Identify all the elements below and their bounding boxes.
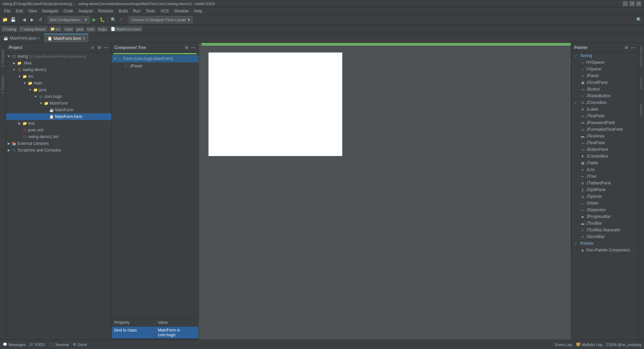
structure-panel-button[interactable]: 2: Structure bbox=[0, 43, 6, 70]
palette-item-jcheckbox[interactable]: ✓ ☑ JCheckBox bbox=[572, 99, 638, 106]
nav-main[interactable]: main bbox=[63, 26, 74, 32]
menu-vcs[interactable]: VCS bbox=[158, 8, 172, 14]
project-settings-button[interactable]: ⚙ bbox=[97, 45, 102, 50]
palette-item-jscrollpane[interactable]: ▣ JScrollPane bbox=[572, 79, 638, 86]
tree-item-main[interactable]: ▼ 📁 main bbox=[6, 80, 111, 86]
palette-section-swing[interactable]: ✓ Swing bbox=[572, 52, 638, 59]
tree-item-comhugo[interactable]: ▼ ◎ com.hugo bbox=[6, 93, 111, 100]
palette-item-jtoolbarsep[interactable]: | JToolBar.Separator bbox=[572, 227, 638, 233]
tree-item-iml[interactable]: ▶ ⬡ swing-demo1.iml bbox=[6, 133, 111, 140]
menu-code[interactable]: Code bbox=[61, 8, 76, 14]
comp-tree-form[interactable]: ▼ ⬡ Form (com.hugo.MainForm) bbox=[112, 55, 199, 62]
minimize-button[interactable]: — bbox=[623, 1, 628, 6]
tree-item-java[interactable]: ▼ 📁 java bbox=[6, 86, 111, 93]
palette-item-jtextarea[interactable]: ▬ JTextArea bbox=[572, 133, 638, 139]
palette-item-jtable[interactable]: ▦ JTable bbox=[572, 160, 638, 166]
palette-minimize-button[interactable]: — bbox=[630, 45, 636, 50]
palette-item-jslider[interactable]: — JSlider bbox=[572, 200, 638, 207]
property-row-bindclass[interactable]: bind to class MainForm in com.hugo bbox=[112, 327, 199, 339]
palette-item-jspinner[interactable]: ◎ JSpinner bbox=[572, 193, 638, 200]
tab-form-close[interactable]: ✕ bbox=[83, 37, 85, 40]
favorites-panel-button[interactable]: 2: Favorites bbox=[0, 70, 6, 97]
close-button[interactable]: ✕ bbox=[636, 1, 641, 6]
toolbar-search-button[interactable]: 🔍 bbox=[110, 16, 117, 23]
palette-item-jprogressbar[interactable]: ▰ JProgressBar bbox=[572, 213, 638, 220]
menu-run[interactable]: Run bbox=[130, 8, 143, 14]
tree-item-scratches[interactable]: ▶ ✎ Scratches and Consoles bbox=[6, 147, 111, 154]
run-config-dropdown[interactable]: Add Configuration... ▼ bbox=[48, 16, 90, 23]
event-log-button[interactable]: Event Log bbox=[555, 343, 572, 347]
palette-item-jtextpane[interactable]: ▭ JTextPane bbox=[572, 139, 638, 146]
toolbar-git-button[interactable]: ⑂ bbox=[118, 16, 125, 23]
nav-java[interactable]: java bbox=[75, 26, 85, 32]
project-minimize-button[interactable]: — bbox=[103, 45, 109, 50]
toolbar-forward-button[interactable]: ▶ bbox=[29, 16, 36, 23]
canvas-form[interactable] bbox=[208, 52, 342, 156]
tab-java-close[interactable]: ✕ bbox=[38, 36, 40, 40]
menu-edit[interactable]: Edit bbox=[13, 8, 25, 14]
palette-item-jlist[interactable]: ≡ JList bbox=[572, 166, 638, 173]
run-button[interactable]: ▶ bbox=[91, 16, 98, 23]
palette-item-jlabel[interactable]: A JLabel bbox=[572, 106, 638, 113]
palette-item-jseparator[interactable]: — JSeparator bbox=[572, 207, 638, 213]
menu-view[interactable]: View bbox=[25, 8, 40, 14]
tree-item-src[interactable]: ▼ 📁 src bbox=[6, 73, 111, 80]
menu-help[interactable]: Help bbox=[191, 8, 205, 14]
tree-item-demo1[interactable]: ▼ ⬡ swing-demo1 bbox=[6, 66, 111, 73]
component-minimize-button[interactable]: — bbox=[191, 45, 196, 50]
mybatis-log-button[interactable]: 🐱 MyBatis Log bbox=[576, 342, 602, 347]
menu-analyze[interactable]: Analyze bbox=[76, 8, 96, 14]
menu-tools[interactable]: Tools bbox=[143, 8, 158, 14]
palette-section-palette[interactable]: ✓ Palette bbox=[572, 240, 638, 247]
tab-mainform-form[interactable]: 📋 MainForm.form ✕ bbox=[44, 34, 89, 43]
toolbar-settings-button[interactable]: 🔍 bbox=[635, 16, 643, 23]
debug-button[interactable]: 🐛 bbox=[99, 16, 106, 23]
menu-build[interactable]: Build bbox=[116, 8, 130, 14]
palette-item-jradiobutton[interactable]: ○ JRadioButton bbox=[572, 93, 638, 99]
palette-item-jtoolbar[interactable]: ▬ JToolBar bbox=[572, 220, 638, 227]
toolbar-save-button[interactable]: 💾 bbox=[9, 16, 17, 23]
canvas-splitter[interactable]: ⋮ bbox=[199, 43, 202, 349]
maximize-button[interactable]: ❐ bbox=[629, 1, 635, 6]
toolbar-refresh-button[interactable]: ↺ bbox=[37, 16, 44, 23]
messages-panel-button[interactable]: 💬 Messages bbox=[3, 342, 25, 347]
tree-item-mainform-java[interactable]: ▶ ☕ MainForm bbox=[6, 107, 111, 113]
nav-swing[interactable]: ⬡ swing bbox=[1, 26, 17, 32]
palette-item-jbutton[interactable]: ▭ JButton bbox=[572, 86, 638, 93]
tree-item-test[interactable]: ▶ 📁 test bbox=[6, 120, 111, 127]
tree-item-mainform-form[interactable]: ▶ 📋 MainForm.form bbox=[6, 113, 111, 120]
tree-item-external[interactable]: ▶ 📚 External Libraries bbox=[6, 140, 111, 147]
palette-item-jtextfield[interactable]: ▭ JTextField bbox=[572, 113, 638, 119]
nav-swing-demo1[interactable]: ⬡ swing-demo1 bbox=[19, 26, 47, 32]
palette-item-jscrollbar[interactable]: ≡ JScrollBar bbox=[572, 233, 638, 240]
palette-item-jtree[interactable]: ⊢ JTree bbox=[572, 173, 638, 180]
palette-item-jtabbedpane[interactable]: ⊟ JTabbedPane bbox=[572, 180, 638, 186]
palette-item-hspacer[interactable]: ↔ HVSpacer bbox=[572, 59, 638, 66]
component-settings-button[interactable]: ⚙ bbox=[184, 45, 189, 50]
terminal-panel-button[interactable]: ⬛ Terminal bbox=[49, 342, 69, 347]
menu-refactor[interactable]: Refactor bbox=[96, 8, 116, 14]
toolbar-back-button[interactable]: ◀ bbox=[20, 16, 28, 23]
nav-com[interactable]: com bbox=[86, 26, 96, 32]
nav-hugo[interactable]: hugo bbox=[97, 26, 108, 32]
gerrit-panel-button[interactable]: ⚙ Gerrit bbox=[73, 342, 87, 347]
palette-settings-button[interactable]: ⚙ bbox=[624, 45, 629, 50]
maven-projects-button[interactable]: Maven Projects bbox=[639, 43, 644, 70]
ui-designer-dropdown[interactable]: Choose UI Designer Form Locale ▼ bbox=[129, 16, 193, 23]
project-collapse-button[interactable]: ≡ bbox=[90, 45, 95, 50]
palette-item-jcombobox[interactable]: ▼ JComboBox bbox=[572, 153, 638, 160]
tree-item-mainfolder[interactable]: ▼ 📁 MainForm bbox=[6, 100, 111, 107]
tree-item-idea[interactable]: ▶ 📁 .idea bbox=[6, 60, 111, 66]
menu-window[interactable]: Window bbox=[171, 8, 191, 14]
palette-item-jeditorpane[interactable]: ▭ JEditorPane bbox=[572, 146, 638, 153]
todo-panel-button[interactable]: ☑ TODO bbox=[30, 342, 45, 347]
nav-mainform-form[interactable]: 📄 MainForm.form bbox=[109, 26, 143, 32]
database-button[interactable]: Database bbox=[639, 97, 644, 123]
palette-item-vspacer[interactable]: ↕ VSpacer bbox=[572, 66, 638, 72]
palette-item-nonpalette[interactable]: ◈ Non-Palette Component... bbox=[572, 247, 638, 253]
tree-item-swing[interactable]: ▼ ⬡ swing D:\hugo\MyJavaFiles\project\sw… bbox=[6, 53, 111, 60]
menu-file[interactable]: File bbox=[1, 8, 13, 14]
palette-item-jpassword[interactable]: ••• JPasswordField bbox=[572, 119, 638, 126]
toolbar-open-button[interactable]: 📁 bbox=[1, 16, 9, 23]
tab-mainform-java[interactable]: ☕ MainForm.java ✕ bbox=[0, 34, 44, 43]
